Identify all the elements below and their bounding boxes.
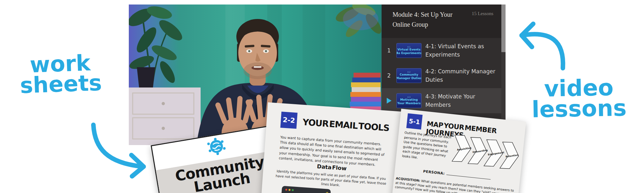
lesson-thumbnail[interactable]: 4-1 Virtual Events As Experiments [396, 43, 421, 58]
journey-stages-diagram: Acquisition Onboarding Engagement Retent… [451, 133, 522, 172]
worksheet-email-tools: 2-2 YOUR EMAIL TOOLS You want to capture… [258, 102, 404, 193]
lesson-count: 15 Lessons [472, 11, 493, 16]
community-logo-icon [206, 136, 227, 158]
acquisition-question: ACQUISITION: What questions are potentia… [395, 176, 516, 193]
lesson-number: 2 [385, 72, 393, 79]
thumbnail-title: Manager Duties [396, 77, 421, 80]
worksheet-number-badge: 5-1 [406, 113, 423, 130]
worksheet-title: YOUR EMAIL TOOLS [302, 117, 390, 133]
thumbnail-title: Motivating [400, 98, 418, 102]
lesson-title: 4-2: Community Manager Duties [425, 67, 497, 84]
worksheet-member-journeys: 5-1 MAP YOUR MEMBER JOURNEYS Outline the… [391, 109, 526, 193]
lesson-number: 1 [385, 47, 393, 54]
thumbnail-title: Your Members [397, 102, 421, 105]
lesson-row-4-2[interactable]: 2 4-2 Community Manager Duties 4-2: Comm… [382, 63, 506, 88]
persona-label: PERSONA: [423, 169, 445, 176]
lesson-title: 4-3: Motivate Your Members [425, 92, 497, 109]
worksheet-number-badge: 2-2 [280, 112, 298, 129]
video-lessons-annotation: video lessons [514, 77, 644, 121]
lesson-row-4-3-active[interactable]: 4-3 Motivating Your Members 4-3: Motivat… [382, 88, 506, 113]
worksheets-arrow-icon [80, 119, 155, 177]
worksheet-intro-text: Outline the journeys for each persona in… [402, 131, 453, 163]
module-title: Module 4: Set Up Your Online Group [393, 10, 470, 30]
thumbnail-title: Virtual Events [397, 48, 421, 51]
persona-blank-line [446, 171, 491, 179]
scrollbar-thumb[interactable] [501, 5, 506, 52]
thumbnail-tag: 4-1 [407, 46, 411, 48]
worksheets-annotation: work sheets [8, 52, 113, 96]
persona-field: PERSONA: [423, 169, 491, 180]
plant-pot [137, 67, 155, 91]
thumbnail-title: Community [400, 73, 418, 77]
lesson-title: 4-1: Virtual Events as Experiments [425, 42, 497, 59]
now-playing-icon [385, 98, 393, 104]
lesson-thumbnail[interactable]: 4-3 Motivating Your Members [396, 93, 421, 108]
module-header: Module 4: Set Up Your Online Group 15 Le… [382, 5, 506, 38]
thumbnail-tag: 4-3 [407, 96, 411, 98]
lesson-row-4-1[interactable]: 1 4-1 Virtual Events As Experiments 4-1:… [382, 38, 506, 63]
star-icon: ★ [325, 191, 329, 193]
promo-canvas: Module 4: Set Up Your Online Group 15 Le… [0, 0, 644, 193]
lesson-thumbnail[interactable]: 4-2 Community Manager Duties [396, 68, 421, 83]
video-lessons-arrow-icon [512, 19, 573, 76]
thumbnail-tag: 4-2 [407, 71, 411, 73]
thumbnail-title: As Experiments [396, 51, 421, 55]
